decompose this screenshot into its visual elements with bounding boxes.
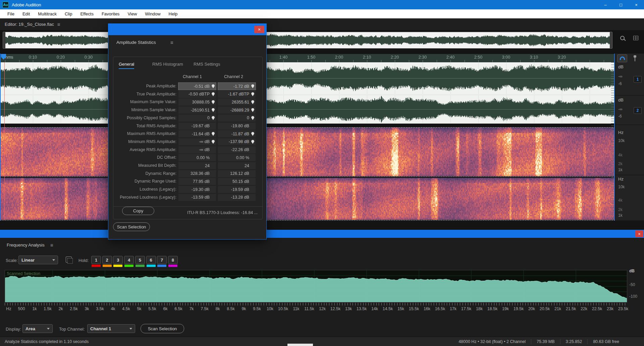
stat-value-cell[interactable]: -∞ dB bbox=[178, 146, 216, 153]
hold-button-4[interactable]: 4 bbox=[124, 256, 134, 264]
stat-value-cell[interactable]: -19.59 dB bbox=[218, 186, 256, 193]
status-item: 3:25.852 bbox=[560, 339, 588, 344]
hold-button-6[interactable]: 6 bbox=[146, 256, 156, 264]
stat-value-cell[interactable]: 0.00 % bbox=[178, 154, 216, 161]
stat-value-cell[interactable]: -19.67 dB bbox=[178, 123, 216, 130]
stat-value-cell[interactable]: -26889.29 bbox=[218, 107, 256, 114]
scan-selection-button[interactable]: Scan Selection bbox=[141, 324, 184, 333]
waveform-display[interactable] bbox=[0, 62, 615, 124]
stat-value-cell[interactable]: -11.64 dB bbox=[178, 130, 216, 137]
marker-pin-icon[interactable] bbox=[251, 108, 254, 112]
timeline-ruler[interactable]: hms 0:100:200:300:400:501:001:101:201:30… bbox=[0, 54, 615, 62]
stat-value-cell[interactable]: -1.72 dB bbox=[218, 83, 256, 90]
stat-value-cell[interactable]: 50.15 dB bbox=[218, 178, 256, 185]
stat-value-cell[interactable]: 30888.05 bbox=[178, 98, 216, 106]
editor-tab[interactable]: Editor: 19._So_Close.flac bbox=[5, 22, 54, 27]
overview-left-handle[interactable] bbox=[3, 32, 5, 48]
hold-button-2[interactable]: 2 bbox=[102, 256, 112, 264]
stat-value-cell[interactable]: -1.67 dBTP bbox=[218, 91, 256, 98]
stat-value-cell[interactable]: -13.59 dB bbox=[178, 194, 216, 201]
stat-value-cell[interactable]: 0.00 % bbox=[218, 154, 256, 161]
dialog-scan-selection-button[interactable]: Scan Selection bbox=[113, 222, 150, 231]
freq-x-tick: 3k bbox=[85, 306, 89, 311]
menu-item-window[interactable]: Window bbox=[141, 9, 164, 18]
stat-value-cell[interactable]: -∞ dB bbox=[178, 138, 216, 145]
tab-rms-settings[interactable]: RMS Settings bbox=[194, 62, 220, 67]
stat-value-cell[interactable]: -26190.51 bbox=[178, 107, 216, 114]
channel-badge-1[interactable]: 1 bbox=[634, 76, 642, 83]
stat-value-cell[interactable]: -19.80 dB bbox=[218, 123, 256, 130]
panel-focus-bar[interactable]: × bbox=[0, 230, 644, 238]
maximize-button[interactable]: □ bbox=[613, 0, 629, 9]
tab-rms-histogram[interactable]: RMS Histogram bbox=[152, 62, 183, 67]
stat-value-cell[interactable]: 0 bbox=[178, 115, 216, 122]
stat-value-cell[interactable]: 0 bbox=[218, 115, 256, 122]
marker-pin-icon[interactable] bbox=[251, 100, 254, 104]
display-dropdown[interactable]: Area bbox=[22, 324, 53, 333]
marker-pin-icon[interactable] bbox=[212, 100, 215, 104]
minimize-button[interactable]: – bbox=[598, 0, 613, 9]
stat-value-cell[interactable]: 328.36 dB bbox=[178, 170, 216, 177]
overview-right-handle[interactable] bbox=[610, 32, 612, 48]
hold-button-8[interactable]: 8 bbox=[168, 256, 178, 264]
menu-item-view[interactable]: View bbox=[123, 9, 141, 18]
stat-value-cell[interactable]: -13.28 dB bbox=[218, 194, 256, 201]
marker-pin-icon[interactable] bbox=[212, 84, 215, 88]
hold-button-7[interactable]: 7 bbox=[157, 256, 167, 264]
stat-value-cell[interactable]: 24 bbox=[178, 162, 216, 169]
stat-value-cell[interactable]: -11.87 dB bbox=[218, 130, 256, 137]
hold-button-1[interactable]: 1 bbox=[91, 256, 101, 264]
menu-item-clip[interactable]: Clip bbox=[61, 9, 76, 18]
editor-panel-menu-icon[interactable]: ≡ bbox=[57, 21, 60, 27]
marker-pin-icon[interactable] bbox=[212, 140, 215, 144]
selection-left-edge[interactable] bbox=[0, 54, 1, 220]
dialog-panel-menu-icon[interactable]: ≡ bbox=[170, 40, 173, 45]
marker-pin-icon[interactable] bbox=[212, 108, 215, 112]
stat-value-cell[interactable]: -0.50 dBTP bbox=[178, 91, 216, 98]
frequency-panel-menu-icon[interactable]: ≡ bbox=[50, 242, 53, 248]
hold-button-5[interactable]: 5 bbox=[135, 256, 145, 264]
hold-button-3[interactable]: 3 bbox=[113, 256, 123, 264]
marker-pin-icon[interactable] bbox=[251, 132, 254, 136]
spectral-zoom-icon[interactable] bbox=[618, 33, 627, 42]
spectral-display[interactable] bbox=[0, 127, 615, 220]
menu-item-help[interactable]: Help bbox=[165, 9, 182, 18]
marker-pin-icon[interactable] bbox=[251, 84, 254, 88]
top-channel-dropdown[interactable]: Channel 1 bbox=[87, 324, 135, 333]
stat-value-cell[interactable]: 126.12 dB bbox=[218, 170, 256, 177]
copy-button[interactable]: Copy bbox=[122, 207, 154, 215]
stat-value-cell[interactable]: 26355.61 bbox=[218, 98, 256, 106]
stat-value-cell[interactable]: 77.95 dB bbox=[178, 178, 216, 185]
display-grid-icon[interactable] bbox=[631, 33, 640, 42]
menu-item-effects[interactable]: Effects bbox=[76, 9, 98, 18]
channel-badge-2[interactable]: 2 bbox=[634, 107, 642, 114]
marker-pin-icon[interactable] bbox=[251, 116, 254, 120]
panel-close-icon[interactable]: × bbox=[635, 230, 643, 237]
tab-general[interactable]: General bbox=[119, 62, 134, 67]
monitor-toggle[interactable] bbox=[617, 54, 627, 62]
stat-value-cell[interactable]: 24 bbox=[218, 162, 256, 169]
stat-value-cell[interactable]: -22.26 dB bbox=[218, 146, 256, 153]
stat-value-cell[interactable]: -19.30 dB bbox=[178, 186, 216, 193]
marker-pin-icon[interactable] bbox=[212, 92, 215, 96]
waveform-overview[interactable] bbox=[3, 32, 612, 49]
stat-value: -1.67 dBTP bbox=[228, 92, 249, 96]
menu-item-favorites[interactable]: Favorites bbox=[98, 9, 123, 18]
menu-item-edit[interactable]: Edit bbox=[18, 9, 34, 18]
dialog-title-bar[interactable]: × bbox=[108, 24, 266, 35]
marker-pin-icon[interactable] bbox=[251, 92, 254, 96]
marker-pin-icon[interactable] bbox=[251, 140, 254, 144]
menu-item-file[interactable]: File bbox=[3, 9, 18, 18]
close-button[interactable]: × bbox=[629, 0, 644, 9]
copy-graph-icon[interactable] bbox=[66, 257, 72, 263]
stat-value-cell[interactable]: -137.98 dB bbox=[218, 138, 256, 145]
scale-dropdown[interactable]: Linear bbox=[18, 256, 58, 264]
menu-item-multitrack[interactable]: Multitrack bbox=[34, 9, 61, 18]
marker-pin-icon[interactable] bbox=[631, 55, 637, 62]
marker-pin-icon[interactable] bbox=[212, 132, 215, 136]
frequency-plot[interactable] bbox=[5, 270, 627, 302]
dialog-close-icon[interactable]: × bbox=[254, 26, 264, 33]
marker-pin-icon[interactable] bbox=[212, 116, 215, 120]
selection-right-edge[interactable] bbox=[614, 54, 615, 220]
stat-value-cell[interactable]: -0.51 dB bbox=[178, 83, 216, 90]
